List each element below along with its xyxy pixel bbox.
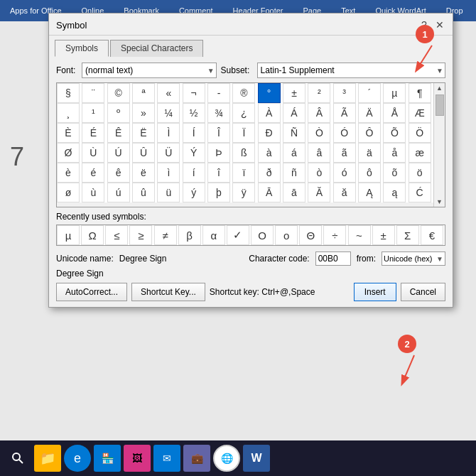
symbol-cell[interactable]: ú (107, 183, 130, 202)
symbol-cell[interactable]: ª (132, 83, 155, 103)
taskbar-search[interactable] (4, 445, 31, 472)
symbol-cell[interactable]: Õ (383, 123, 406, 143)
symbol-cell[interactable]: ą (383, 183, 406, 202)
symbol-cell[interactable]: à (258, 143, 281, 163)
symbol-cell[interactable]: Ñ (283, 123, 305, 143)
symbol-cell[interactable]: Ê (107, 123, 130, 143)
taskbar-chrome[interactable]: 🌐 (213, 445, 240, 472)
symbol-cell[interactable]: ¨ (82, 83, 104, 103)
symbol-cell[interactable]: É (82, 123, 104, 143)
recent-cell[interactable]: Θ (299, 225, 322, 245)
symbol-cell[interactable]: Â (308, 103, 330, 123)
recent-cell[interactable]: ≥ (129, 225, 152, 245)
symbol-cell[interactable]: ¶ (409, 83, 431, 103)
symbol-cell[interactable]: ² (308, 83, 330, 103)
symbol-cell[interactable]: « (157, 83, 180, 103)
recent-cell[interactable]: O (251, 225, 274, 245)
recent-cell[interactable]: α (202, 225, 225, 245)
symbol-cell[interactable]: ñ (283, 163, 305, 183)
symbol-cell[interactable]: Ò (308, 123, 330, 143)
symbol-cell[interactable]: ð (258, 163, 281, 183)
symbol-cell[interactable]: Ą (358, 183, 381, 202)
taskbar-photos[interactable]: 🖼 (124, 445, 151, 472)
recent-cell[interactable]: β (178, 225, 201, 245)
symbol-cell[interactable]: Ú (107, 143, 130, 163)
symbol-cell[interactable]: » (132, 103, 155, 123)
symbol-cell[interactable]: é (82, 163, 104, 183)
symbol-cell[interactable]: ê (107, 163, 130, 183)
symbol-cell[interactable]: Í (183, 123, 205, 143)
symbol-cell[interactable]: - (207, 83, 230, 103)
symbol-cell[interactable]: è (57, 163, 80, 183)
symbol-cell[interactable]: ý (183, 183, 205, 202)
symbol-cell[interactable]: Á (283, 103, 305, 123)
symbol-cell[interactable]: ® (232, 83, 255, 103)
symbol-cell[interactable]: ü (157, 183, 180, 202)
symbol-cell[interactable]: ³ (333, 83, 356, 103)
from-select[interactable]: Unicode (hex) ▼ (382, 251, 445, 266)
scroll-up-arrow[interactable]: ▲ (436, 85, 443, 92)
symbol-cell[interactable]: Ý (183, 143, 205, 163)
symbol-cell[interactable]: Å (383, 103, 406, 123)
symbol-cell[interactable]: Ā (258, 183, 281, 202)
symbol-cell[interactable]: û (132, 183, 155, 202)
taskbar-mail[interactable]: ✉ (153, 445, 180, 472)
symbol-cell[interactable]: ´ (358, 83, 381, 103)
symbol-cell[interactable]: ô (358, 163, 381, 183)
scrollbar[interactable]: ▲ ▼ (433, 83, 445, 207)
symbol-cell[interactable]: Û (132, 143, 155, 163)
font-select[interactable]: (normal text) ▼ (82, 63, 217, 78)
symbol-cell[interactable]: â (308, 143, 330, 163)
symbol-cell[interactable]: º (107, 103, 130, 123)
shortcut-key-button[interactable]: Shortcut Key... (131, 283, 205, 301)
symbol-cell[interactable]: ë (132, 163, 155, 183)
scroll-thumb[interactable] (436, 94, 444, 116)
recent-cell[interactable]: Ω (81, 225, 104, 245)
recent-cell[interactable]: ~ (348, 225, 371, 245)
symbol-cell[interactable]: ¾ (207, 103, 230, 123)
recent-cell[interactable]: ✓ (227, 225, 249, 245)
symbol-cell[interactable]: Þ (207, 143, 230, 163)
symbol-cell[interactable]: ¸ (57, 103, 80, 123)
symbol-cell[interactable]: ö (409, 163, 431, 183)
recent-cell[interactable]: ± (372, 225, 395, 245)
recent-cell[interactable]: € (421, 225, 443, 245)
symbol-cell[interactable]: Ó (333, 123, 356, 143)
symbol-cell[interactable]: î (207, 163, 230, 183)
symbol-cell[interactable]: á (283, 143, 305, 163)
symbol-cell[interactable]: í (183, 163, 205, 183)
symbol-cell[interactable]: Ë (132, 123, 155, 143)
symbol-cell[interactable]: µ (383, 83, 406, 103)
charcode-input[interactable] (315, 251, 351, 266)
symbol-cell[interactable]: ¿ (232, 103, 255, 123)
symbol-cell[interactable]: ã (333, 143, 356, 163)
taskbar-teams[interactable]: 💼 (183, 445, 210, 472)
symbol-cell[interactable]: ä (358, 143, 381, 163)
symbol-cell[interactable]: ó (333, 163, 356, 183)
taskbar-word[interactable]: W (243, 445, 270, 472)
symbol-cell[interactable]: õ (383, 163, 406, 183)
taskbar-edge[interactable]: e (64, 445, 91, 472)
symbol-cell[interactable]: Ã (333, 103, 356, 123)
autocorrect-button[interactable]: AutoCorrect... (56, 283, 127, 301)
symbol-cell[interactable]: ì (157, 163, 180, 183)
symbol-cell[interactable]: ø (57, 183, 80, 202)
symbol-cell[interactable]: ÿ (232, 183, 255, 202)
symbol-cell[interactable]: Ü (157, 143, 180, 163)
insert-button[interactable]: Insert (354, 283, 396, 301)
symbol-cell[interactable]: ā (283, 183, 305, 202)
symbol-cell[interactable]: Ì (157, 123, 180, 143)
symbol-cell[interactable]: Æ (409, 103, 431, 123)
symbol-cell[interactable]: Ä (358, 103, 381, 123)
symbol-cell[interactable]: ï (232, 163, 255, 183)
tab-special-characters[interactable]: Special Characters (110, 40, 203, 57)
symbol-cell[interactable]: È (57, 123, 80, 143)
symbol-cell[interactable]: Î (207, 123, 230, 143)
cancel-button[interactable]: Cancel (401, 283, 445, 301)
symbol-cell[interactable]: ò (308, 163, 330, 183)
symbol-cell[interactable]: Ă (308, 183, 330, 202)
symbol-cell[interactable]: Ö (409, 123, 431, 143)
symbol-cell[interactable]: ½ (183, 103, 205, 123)
symbol-cell[interactable]: ă (333, 183, 356, 202)
symbol-cell[interactable]: ° (258, 83, 281, 103)
